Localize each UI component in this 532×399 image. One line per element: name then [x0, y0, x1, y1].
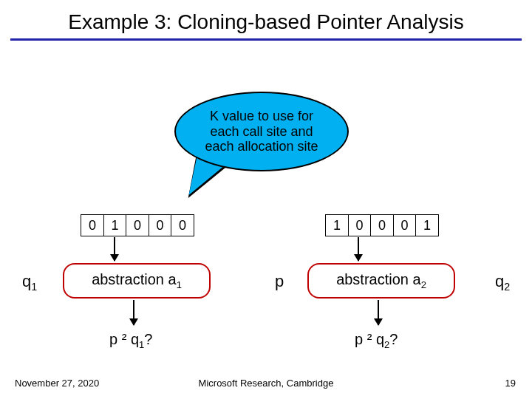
cell: 0 [126, 214, 149, 236]
speech-bubble: K value to use for each call site and ea… [174, 92, 349, 171]
cell: 0 [171, 214, 194, 236]
cell: 0 [393, 214, 417, 236]
abstraction-a1-label: abstraction a1 [92, 271, 182, 290]
query-1: p ² q1? [109, 331, 152, 350]
cell: 0 [370, 214, 394, 236]
label-q1: q1 [22, 272, 37, 293]
cell: 1 [415, 214, 439, 236]
query-2: p ² q2? [355, 331, 398, 350]
footer-org: Microsoft Research, Cambridge [0, 378, 532, 389]
arrow-down-icon [114, 237, 115, 261]
label-p: p [275, 272, 284, 291]
cell: 0 [149, 214, 172, 236]
abstraction-a2-label: abstraction a2 [336, 271, 426, 290]
abstraction-a2-box: abstraction a2 [307, 263, 455, 299]
title-underline [10, 38, 522, 41]
cell-row-right: 1 0 0 0 1 [325, 214, 439, 236]
cell: 1 [325, 214, 349, 236]
bubble-text: K value to use for each call site and ea… [195, 109, 328, 154]
arrow-down-icon [133, 300, 134, 325]
label-q2: q2 [495, 272, 510, 293]
cell: 0 [81, 214, 104, 236]
cell: 1 [103, 214, 127, 236]
arrow-down-icon [378, 300, 379, 325]
cell-row-left: 0 1 0 0 0 [81, 214, 194, 236]
cell: 0 [348, 214, 372, 236]
slide-title: Example 3: Cloning-based Pointer Analysi… [0, 0, 532, 34]
arrow-down-icon [358, 237, 359, 261]
footer-page: 19 [505, 378, 516, 389]
abstraction-a1-box: abstraction a1 [63, 263, 211, 299]
